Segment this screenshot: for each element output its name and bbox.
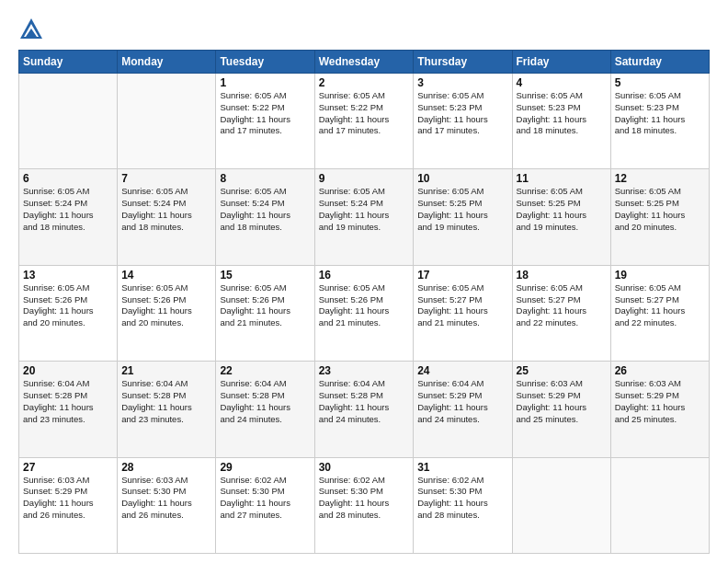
day-info: Sunrise: 6:05 AM Sunset: 5:24 PM Dayligh…: [220, 186, 310, 233]
day-info: Sunrise: 6:05 AM Sunset: 5:24 PM Dayligh…: [319, 186, 410, 233]
calendar-cell: 17Sunrise: 6:05 AM Sunset: 5:27 PM Dayli…: [414, 265, 512, 361]
day-info: Sunrise: 6:02 AM Sunset: 5:30 PM Dayligh…: [417, 475, 507, 522]
day-number: 15: [220, 269, 310, 282]
day-number: 3: [417, 76, 507, 89]
calendar-week-3: 13Sunrise: 6:05 AM Sunset: 5:26 PM Dayli…: [19, 265, 710, 361]
day-number: 9: [319, 172, 410, 185]
calendar-cell: 1Sunrise: 6:05 AM Sunset: 5:22 PM Daylig…: [216, 74, 314, 169]
day-number: 27: [23, 461, 113, 474]
calendar-cell: 19Sunrise: 6:05 AM Sunset: 5:27 PM Dayli…: [610, 265, 709, 361]
calendar-cell: 6Sunrise: 6:05 AM Sunset: 5:24 PM Daylig…: [19, 169, 118, 265]
day-info: Sunrise: 6:05 AM Sunset: 5:23 PM Dayligh…: [615, 90, 705, 137]
calendar-week-1: 1Sunrise: 6:05 AM Sunset: 5:22 PM Daylig…: [19, 74, 710, 169]
calendar-cell: 11Sunrise: 6:05 AM Sunset: 5:25 PM Dayli…: [512, 169, 610, 265]
calendar-cell: 13Sunrise: 6:05 AM Sunset: 5:26 PM Dayli…: [19, 265, 118, 361]
weekday-header-friday: Friday: [512, 51, 610, 74]
day-info: Sunrise: 6:04 AM Sunset: 5:29 PM Dayligh…: [417, 378, 507, 425]
day-info: Sunrise: 6:05 AM Sunset: 5:25 PM Dayligh…: [517, 186, 607, 233]
day-info: Sunrise: 6:05 AM Sunset: 5:27 PM Dayligh…: [517, 282, 607, 329]
calendar-cell: 9Sunrise: 6:05 AM Sunset: 5:24 PM Daylig…: [314, 169, 414, 265]
day-info: Sunrise: 6:02 AM Sunset: 5:30 PM Dayligh…: [220, 475, 310, 522]
calendar-week-4: 20Sunrise: 6:04 AM Sunset: 5:28 PM Dayli…: [19, 362, 710, 457]
day-info: Sunrise: 6:03 AM Sunset: 5:29 PM Dayligh…: [517, 378, 607, 425]
calendar-cell: 7Sunrise: 6:05 AM Sunset: 5:24 PM Daylig…: [118, 169, 216, 265]
weekday-header-wednesday: Wednesday: [314, 51, 414, 74]
calendar-cell: 3Sunrise: 6:05 AM Sunset: 5:23 PM Daylig…: [414, 74, 512, 169]
calendar-cell: 31Sunrise: 6:02 AM Sunset: 5:30 PM Dayli…: [414, 457, 512, 553]
calendar-cell: 28Sunrise: 6:03 AM Sunset: 5:30 PM Dayli…: [118, 457, 216, 553]
day-number: 13: [23, 269, 113, 282]
day-number: 19: [615, 269, 705, 282]
calendar-cell: 10Sunrise: 6:05 AM Sunset: 5:25 PM Dayli…: [414, 169, 512, 265]
weekday-header-tuesday: Tuesday: [216, 51, 314, 74]
calendar-cell: [512, 457, 610, 553]
day-number: 29: [220, 461, 310, 474]
day-number: 2: [319, 76, 410, 89]
weekday-header-sunday: Sunday: [19, 51, 118, 74]
calendar-cell: 30Sunrise: 6:02 AM Sunset: 5:30 PM Dayli…: [314, 457, 414, 553]
day-number: 10: [417, 172, 507, 185]
day-number: 30: [319, 461, 410, 474]
day-number: 7: [121, 172, 211, 185]
day-number: 16: [319, 269, 410, 282]
calendar-cell: [610, 457, 709, 553]
day-info: Sunrise: 6:04 AM Sunset: 5:28 PM Dayligh…: [319, 378, 410, 425]
calendar-cell: 29Sunrise: 6:02 AM Sunset: 5:30 PM Dayli…: [216, 457, 314, 553]
day-info: Sunrise: 6:05 AM Sunset: 5:22 PM Dayligh…: [319, 90, 410, 137]
calendar-cell: 16Sunrise: 6:05 AM Sunset: 5:26 PM Dayli…: [314, 265, 414, 361]
calendar-cell: 24Sunrise: 6:04 AM Sunset: 5:29 PM Dayli…: [414, 362, 512, 457]
day-info: Sunrise: 6:04 AM Sunset: 5:28 PM Dayligh…: [121, 378, 211, 425]
calendar-cell: 26Sunrise: 6:03 AM Sunset: 5:29 PM Dayli…: [610, 362, 709, 457]
calendar-cell: 12Sunrise: 6:05 AM Sunset: 5:25 PM Dayli…: [610, 169, 709, 265]
calendar-table: SundayMondayTuesdayWednesdayThursdayFrid…: [18, 50, 710, 554]
day-info: Sunrise: 6:04 AM Sunset: 5:28 PM Dayligh…: [220, 378, 310, 425]
weekday-header-monday: Monday: [118, 51, 216, 74]
calendar-cell: 4Sunrise: 6:05 AM Sunset: 5:23 PM Daylig…: [512, 74, 610, 169]
calendar-cell: [118, 74, 216, 169]
day-info: Sunrise: 6:03 AM Sunset: 5:30 PM Dayligh…: [121, 475, 211, 522]
calendar-cell: 8Sunrise: 6:05 AM Sunset: 5:24 PM Daylig…: [216, 169, 314, 265]
calendar-cell: 15Sunrise: 6:05 AM Sunset: 5:26 PM Dayli…: [216, 265, 314, 361]
day-info: Sunrise: 6:05 AM Sunset: 5:26 PM Dayligh…: [319, 282, 410, 329]
calendar-cell: 23Sunrise: 6:04 AM Sunset: 5:28 PM Dayli…: [314, 362, 414, 457]
day-number: 22: [220, 364, 310, 377]
day-info: Sunrise: 6:04 AM Sunset: 5:28 PM Dayligh…: [23, 378, 113, 425]
weekday-header-thursday: Thursday: [414, 51, 512, 74]
day-number: 5: [615, 76, 705, 89]
day-number: 1: [220, 76, 310, 89]
day-number: 8: [220, 172, 310, 185]
day-info: Sunrise: 6:05 AM Sunset: 5:23 PM Dayligh…: [517, 90, 607, 137]
day-number: 24: [417, 364, 507, 377]
calendar-cell: 5Sunrise: 6:05 AM Sunset: 5:23 PM Daylig…: [610, 74, 709, 169]
day-number: 26: [615, 364, 705, 377]
calendar-cell: 22Sunrise: 6:04 AM Sunset: 5:28 PM Dayli…: [216, 362, 314, 457]
header: [18, 17, 710, 42]
day-number: 18: [517, 269, 607, 282]
day-number: 6: [23, 172, 113, 185]
day-number: 31: [417, 461, 507, 474]
day-info: Sunrise: 6:05 AM Sunset: 5:24 PM Dayligh…: [121, 186, 211, 233]
day-info: Sunrise: 6:05 AM Sunset: 5:25 PM Dayligh…: [615, 186, 705, 233]
calendar-cell: 21Sunrise: 6:04 AM Sunset: 5:28 PM Dayli…: [118, 362, 216, 457]
day-number: 25: [517, 364, 607, 377]
calendar-cell: 14Sunrise: 6:05 AM Sunset: 5:26 PM Dayli…: [118, 265, 216, 361]
day-info: Sunrise: 6:05 AM Sunset: 5:27 PM Dayligh…: [417, 282, 507, 329]
day-info: Sunrise: 6:05 AM Sunset: 5:24 PM Dayligh…: [23, 186, 113, 233]
calendar-cell: [19, 74, 118, 169]
page: SundayMondayTuesdayWednesdayThursdayFrid…: [0, 0, 728, 563]
logo-icon: [18, 17, 44, 42]
calendar-cell: 18Sunrise: 6:05 AM Sunset: 5:27 PM Dayli…: [512, 265, 610, 361]
day-info: Sunrise: 6:03 AM Sunset: 5:29 PM Dayligh…: [615, 378, 705, 425]
day-number: 20: [23, 364, 113, 377]
day-info: Sunrise: 6:05 AM Sunset: 5:26 PM Dayligh…: [23, 282, 113, 329]
day-info: Sunrise: 6:05 AM Sunset: 5:27 PM Dayligh…: [615, 282, 705, 329]
day-info: Sunrise: 6:05 AM Sunset: 5:26 PM Dayligh…: [121, 282, 211, 329]
day-number: 4: [517, 76, 607, 89]
calendar-cell: 27Sunrise: 6:03 AM Sunset: 5:29 PM Dayli…: [19, 457, 118, 553]
day-number: 17: [417, 269, 507, 282]
day-info: Sunrise: 6:05 AM Sunset: 5:25 PM Dayligh…: [417, 186, 507, 233]
day-info: Sunrise: 6:02 AM Sunset: 5:30 PM Dayligh…: [319, 475, 410, 522]
day-number: 23: [319, 364, 410, 377]
calendar-cell: 25Sunrise: 6:03 AM Sunset: 5:29 PM Dayli…: [512, 362, 610, 457]
weekday-header-saturday: Saturday: [610, 51, 709, 74]
